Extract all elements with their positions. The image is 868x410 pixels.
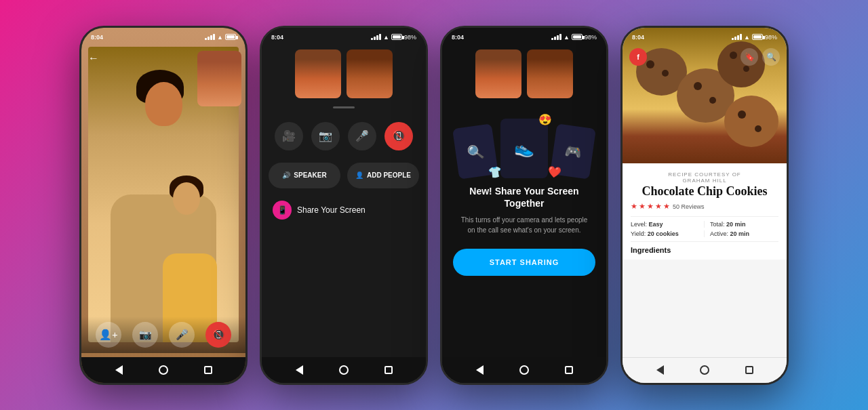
status-bar-4: 8:04 ▲ 98%	[623, 28, 787, 47]
chip-7	[738, 110, 746, 119]
nav-bar-2	[262, 357, 426, 383]
time-2: 8:04	[271, 34, 283, 41]
card-left-icon: 🔍	[466, 142, 485, 161]
status-bar-2: 8:04 ▲ 98%	[262, 28, 426, 47]
signal-icon-1	[205, 34, 215, 40]
call-actions-row: 🔊 SPEAKER 👤 ADD PEOPLE	[262, 156, 426, 195]
phone-2: 8:04 ▲ 98% 🎥 📷 🎤 📵	[260, 26, 428, 385]
chip-8	[755, 125, 762, 132]
video-button-2[interactable]: 🎥	[275, 122, 303, 150]
battery-pct-3: 98%	[585, 34, 597, 41]
status-right-4: ▲ 98%	[732, 34, 777, 41]
status-bar-3: 8:04 ▲ 98%	[442, 28, 606, 47]
back-nav-button-1[interactable]	[113, 363, 126, 377]
bookmark-button[interactable]: 🔖	[741, 48, 758, 66]
share-screen-row[interactable]: 📱 Share Your Screen	[262, 195, 426, 225]
camera-button[interactable]: 📷	[132, 322, 158, 348]
child-face	[173, 182, 200, 215]
star-4: ★	[655, 202, 662, 211]
chip-6	[743, 66, 749, 72]
card-right: 🎮 ❤️	[550, 123, 596, 179]
start-sharing-button[interactable]: START SHARING	[453, 249, 595, 276]
yield-label: Yield: 20 cookies	[631, 230, 705, 237]
feature-description: This turns off your camera and lets peop…	[442, 209, 606, 241]
recent-nav-button-1[interactable]	[201, 363, 215, 377]
back-button[interactable]: ←	[88, 52, 99, 64]
signal-icon-3	[551, 34, 561, 40]
yield-value: 20 cookies	[648, 230, 679, 237]
child-decoration	[156, 165, 224, 342]
home-nav-button-1[interactable]	[157, 363, 170, 377]
time-1: 8:04	[91, 34, 103, 41]
mute-button-2[interactable]: 🎤	[348, 122, 376, 150]
thumb2-background	[347, 49, 393, 98]
back-nav-button-3[interactable]	[473, 363, 487, 377]
thumb-person2	[347, 49, 393, 98]
emoji-love-eyes: 😍	[538, 113, 552, 126]
wifi-icon-4: ▲	[744, 34, 750, 41]
camera-flip-2[interactable]: 📷	[311, 122, 340, 150]
share-screen-icon: 📱	[273, 201, 292, 220]
call-controls-2: 🎥 📷 🎤 📵	[262, 117, 426, 156]
status-right-1: ▲	[205, 34, 236, 41]
home-nav-button-3[interactable]	[517, 363, 531, 377]
mute-button[interactable]: 🎤	[169, 322, 195, 348]
nav-bar-4	[623, 357, 787, 383]
battery-pct-2: 98%	[404, 34, 416, 41]
end-call-button[interactable]: 📵	[205, 322, 231, 348]
end-call-button-2[interactable]: 📵	[384, 122, 413, 150]
wifi-icon-1: ▲	[217, 34, 223, 41]
face-decoration	[145, 82, 182, 126]
add-people-label: ADD PEOPLE	[367, 171, 411, 179]
phone1-content: 8:04 ▲	[81, 28, 245, 383]
card-center-icon: 👟	[514, 139, 534, 158]
back-nav-button-4[interactable]	[654, 363, 667, 377]
time-3: 8:04	[452, 34, 464, 41]
recipe-card: RECIPE COURTESY OFGRAHAM HILL Chocolate …	[623, 163, 787, 260]
self-video-thumbnail	[197, 51, 241, 106]
thumb-person1	[295, 49, 341, 98]
start-sharing-label: START SHARING	[490, 258, 559, 266]
star-5: ★	[663, 202, 670, 211]
emoji-heart: ❤️	[547, 165, 561, 180]
chip-4	[709, 97, 716, 104]
active-label: Active: 20 min	[705, 230, 778, 237]
total-label: Total: 20 min	[705, 221, 778, 228]
status-right-3: ▲ 98%	[551, 34, 597, 41]
phone4-content: 8:04 ▲ 98%	[623, 28, 787, 383]
speaker-label: SPEAKER	[294, 171, 326, 179]
battery-icon-4	[752, 34, 763, 40]
recipe-rating: ★ ★ ★ ★ ★ 50 Reviews	[631, 202, 778, 211]
search-button[interactable]: 🔍	[762, 48, 780, 66]
add-people-button-2[interactable]: 👤 ADD PEOPLE	[347, 163, 419, 188]
card-center: 👟 😍	[500, 119, 548, 178]
recent-nav-button-2[interactable]	[382, 363, 395, 377]
chip-3	[694, 82, 702, 90]
status-right-2: ▲ 98%	[371, 34, 416, 41]
time-4: 8:04	[632, 34, 644, 41]
battery-icon-3	[572, 34, 583, 40]
thumb-person4	[527, 49, 573, 98]
active-value: 20 min	[730, 230, 750, 237]
chip-2	[662, 70, 669, 77]
home-nav-button-4[interactable]	[698, 363, 711, 377]
wifi-icon-3: ▲	[564, 34, 570, 41]
add-people-button[interactable]: 👤+	[96, 322, 121, 348]
feature-title: New! Share Your Screen Together	[442, 185, 606, 209]
share-screen-label: Share Your Screen	[297, 205, 366, 215]
recipe-meta: Level: Easy Total: 20 min Yield: 20 cook…	[631, 216, 778, 237]
app-logo-button[interactable]: f	[629, 48, 647, 66]
self-video-bg	[197, 51, 241, 106]
level-label: Level: Easy	[631, 221, 705, 228]
back-nav-button-2[interactable]	[293, 363, 307, 377]
phone-4: 8:04 ▲ 98%	[620, 26, 789, 385]
recent-nav-button-3[interactable]	[562, 363, 576, 377]
recent-nav-button-4[interactable]	[743, 363, 756, 377]
top-right-icons: 🔖 🔍	[741, 48, 780, 66]
speaker-button[interactable]: 🔊 SPEAKER	[269, 163, 340, 188]
recipe-hero-background: f 🔖 🔍	[623, 28, 787, 163]
card-right-icon: 🎮	[564, 142, 583, 161]
call-controls: 👤+ 📷 🎤 📵	[81, 316, 245, 353]
home-nav-button-2[interactable]	[337, 363, 351, 377]
drag-handle[interactable]	[333, 106, 355, 108]
